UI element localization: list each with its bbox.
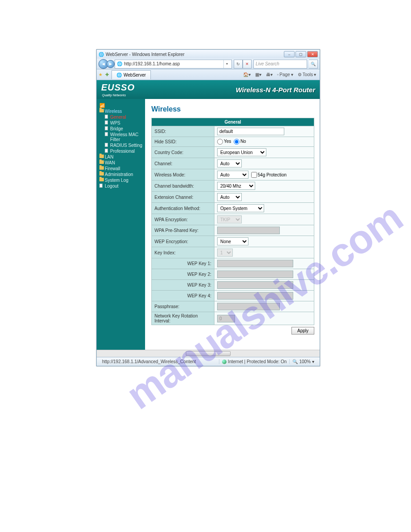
add-favorite-icon[interactable]: ✚	[105, 72, 109, 77]
address-bar[interactable]: 🌐 http://192.168.1.1/home.asp ▾	[115, 60, 232, 69]
no-label: No	[240, 139, 246, 144]
sidebar-item-macfilter[interactable]: Wireless MAC Filter	[98, 132, 143, 142]
sidebar-item-general[interactable]: General	[98, 114, 143, 120]
brand-logo: EUSSO	[101, 82, 135, 93]
feeds-button[interactable]: ▦▾	[253, 71, 263, 78]
horizontal-scrollbar[interactable]	[97, 350, 320, 357]
hidessid-label: Hide SSID:	[152, 137, 214, 147]
window-title: WebServer - Windows Internet Explorer	[106, 52, 184, 57]
search-go-button[interactable]: 🔍	[309, 60, 318, 69]
close-button[interactable]: ✕	[307, 51, 318, 57]
sidebar-administration[interactable]: Administration	[98, 172, 143, 177]
wepkey4-label: WEP Key 4:	[152, 291, 214, 301]
sidebar-nav: 📶 Wireless General WPS Bridge Wireless M…	[97, 99, 145, 350]
auth-select[interactable]: Open System	[217, 204, 264, 212]
favorites-star-icon[interactable]: ★	[98, 72, 103, 77]
wepkey1-label: WEP Key 1:	[152, 258, 214, 269]
sidebar-item-bridge[interactable]: Bridge	[98, 126, 143, 132]
sidebar-root-icon[interactable]: 📶	[98, 103, 143, 108]
address-dropdown-icon[interactable]: ▾	[223, 60, 230, 68]
status-url: http://192.168.1.1/Advanced_Wireless_Con…	[99, 359, 219, 364]
bandwidth-label: Channel bandwidth:	[152, 180, 214, 192]
bandwidth-select[interactable]: 20/40 Mhz	[217, 182, 255, 190]
wepkey4-input	[217, 292, 293, 300]
tab-toolbar: ★ ✚ 🌐 WebServer 🏠▾ ▦▾ 🖶▾ ▫Page▾ ⚙Tools▾	[97, 69, 320, 80]
page-title: Wireless	[151, 105, 314, 113]
protection-label: 54g Protection	[258, 172, 287, 177]
rotation-label: Network Key Rotation Interval:	[152, 312, 214, 325]
favicon-icon: 🌐	[98, 52, 104, 57]
url-text: http://192.168.1.1/home.asp	[124, 61, 223, 66]
sidebar-item-wps[interactable]: WPS	[98, 120, 143, 126]
hidessid-no-radio[interactable]	[234, 139, 240, 145]
auth-label: Authentication Method:	[152, 203, 214, 214]
wpaenc-select: TKIP	[217, 215, 242, 223]
tab-favicon-icon: 🌐	[116, 73, 122, 77]
page-icon: 🌐	[117, 61, 122, 66]
brand-tagline: Quality Networks	[102, 94, 135, 97]
sidebar-firewall[interactable]: Firewall	[98, 166, 143, 172]
extchannel-label: Extension Channel:	[152, 192, 214, 203]
wepenc-select[interactable]: None	[217, 237, 248, 245]
keyindex-select: 1	[217, 249, 233, 257]
wepkey3-label: WEP Key 3:	[152, 280, 214, 291]
globe-icon	[222, 360, 227, 364]
country-label: Country Code:	[152, 147, 214, 158]
titlebar: 🌐 WebServer - Windows Internet Explorer …	[97, 50, 320, 59]
wpaenc-label: WPA Encryption:	[152, 214, 214, 225]
status-zone: Internet | Protected Mode: On	[219, 359, 290, 364]
search-box[interactable]: Live Search	[253, 60, 307, 69]
mode-select[interactable]: Auto	[217, 171, 248, 179]
scrollbar-thumb[interactable]	[186, 351, 231, 356]
browser-window: 🌐 WebServer - Windows Internet Explorer …	[96, 49, 320, 366]
config-panel: Wireless General SSID: Hide SSID: Yes No…	[145, 99, 320, 350]
wepkey3-input	[217, 281, 293, 289]
minimize-button[interactable]: –	[284, 51, 295, 57]
sidebar-logout[interactable]: Logout	[98, 183, 143, 189]
sidebar-systemlog[interactable]: System Log	[98, 177, 143, 183]
sidebar-wan[interactable]: WAN	[98, 160, 143, 166]
search-placeholder: Live Search	[256, 61, 279, 66]
apply-button[interactable]: Apply	[291, 327, 314, 335]
channel-select[interactable]: Auto	[217, 159, 242, 167]
psk-label: WPA Pre-Shared Key:	[152, 225, 214, 236]
sidebar-lan[interactable]: LAN	[98, 154, 143, 160]
mode-label: Wireless Mode:	[152, 169, 214, 180]
refresh-button[interactable]: ↻	[234, 60, 243, 69]
sidebar-item-professional[interactable]: Professional	[98, 148, 143, 154]
brand-header: EUSSO Quality Networks Wireless-N 4-Port…	[97, 80, 320, 99]
psk-input	[217, 227, 280, 234]
yes-label: Yes	[224, 139, 231, 144]
passphrase-label: Passphrase:	[152, 301, 214, 312]
rotation-input	[217, 315, 235, 322]
nav-toolbar: ◄ ► 🌐 http://192.168.1.1/home.asp ▾ ↻ ✕ …	[97, 59, 320, 69]
page-menu[interactable]: ▫Page▾	[275, 71, 295, 78]
sidebar-wireless[interactable]: Wireless	[98, 108, 143, 114]
section-header: General	[152, 118, 314, 126]
maximize-button[interactable]: ▢	[295, 51, 306, 57]
wepenc-label: WEP Encryption:	[152, 236, 214, 247]
keyindex-label: Key Index:	[152, 247, 214, 258]
wepkey2-input	[217, 270, 293, 278]
product-title: Wireless-N 4-Port Router	[236, 86, 315, 94]
ssid-label: SSID:	[152, 126, 214, 137]
country-select[interactable]: European Union	[217, 148, 266, 156]
tab-label: WebServer	[124, 73, 146, 77]
extchannel-select[interactable]: Auto	[217, 193, 242, 201]
wepkey1-input	[217, 260, 293, 267]
stop-button[interactable]: ✕	[243, 60, 252, 69]
sidebar-item-radius[interactable]: RADIUS Setting	[98, 142, 143, 148]
status-bar: http://192.168.1.1/Advanced_Wireless_Con…	[97, 357, 320, 366]
hidessid-yes-radio[interactable]	[217, 139, 223, 145]
wepkey2-label: WEP Key 2:	[152, 269, 214, 280]
protection-checkbox[interactable]	[251, 172, 257, 178]
home-button[interactable]: 🏠▾	[241, 71, 253, 78]
status-zoom[interactable]: 🔍100% ▾	[289, 359, 317, 364]
forward-button[interactable]: ►	[107, 60, 115, 68]
channel-label: Channel:	[152, 158, 214, 169]
tab-active[interactable]: 🌐 WebServer	[111, 70, 151, 79]
passphrase-input	[217, 303, 280, 310]
print-button[interactable]: 🖶▾	[264, 71, 274, 78]
tools-menu[interactable]: ⚙Tools▾	[296, 71, 318, 78]
ssid-input[interactable]	[217, 128, 284, 135]
